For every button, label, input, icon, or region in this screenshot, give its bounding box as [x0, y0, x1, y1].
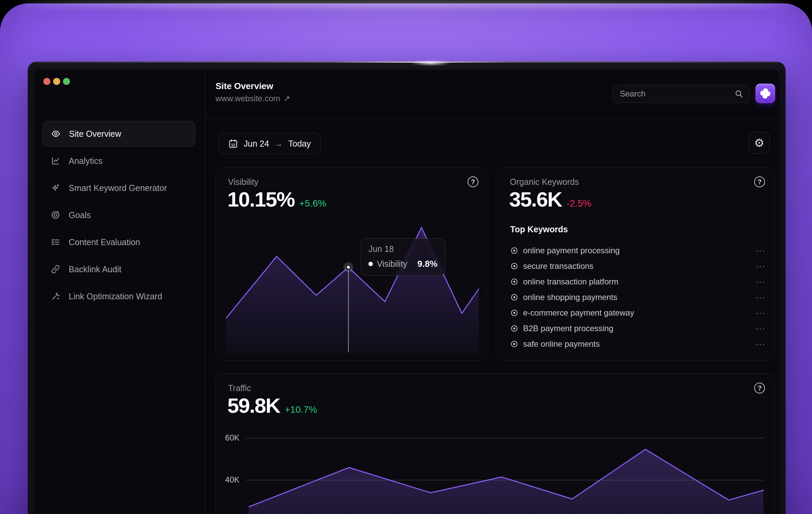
sparkles-icon: [50, 183, 61, 193]
organic-keywords-delta: -2.5%: [566, 198, 591, 209]
keyword-target-icon: [510, 293, 518, 301]
traffic-card: Traffic 59.8K +10.7% ? 60K40K: [216, 373, 775, 514]
keyword-label: safe online payments: [523, 339, 600, 349]
tooltip-value: 9.8%: [418, 259, 437, 269]
row-menu-icon[interactable]: ···: [755, 293, 766, 302]
goal-icon: [50, 210, 61, 220]
sidebar-item-backlink-audit[interactable]: Backlink Audit: [42, 256, 195, 282]
date-range-end: Today: [288, 139, 311, 149]
sidebar-item-link-optimization-wizard[interactable]: Link Optimization Wizard: [42, 283, 195, 309]
keyword-row[interactable]: safe online payments···: [510, 336, 766, 352]
keyword-target-icon: [510, 247, 518, 255]
app-window: Site OverviewAnalyticsSmart Keyword Gene…: [28, 62, 786, 514]
row-menu-icon[interactable]: ···: [755, 308, 766, 318]
calendar-icon: 12: [228, 138, 238, 149]
row-menu-icon[interactable]: ···: [755, 324, 766, 333]
line-chart-icon: [50, 156, 61, 166]
sidebar-item-label: Backlink Audit: [69, 264, 121, 274]
screenshot-stage: Site OverviewAnalyticsSmart Keyword Gene…: [0, 0, 812, 514]
site-url-link[interactable]: www.website.com↗: [216, 94, 290, 103]
screen-glint: [410, 60, 451, 66]
page-title: Site Overview: [216, 81, 273, 91]
sidebar-item-label: Analytics: [69, 156, 103, 166]
sidebar-item-smart-keyword-generator[interactable]: Smart Keyword Generator: [42, 175, 195, 201]
keyword-target-icon: [510, 262, 518, 270]
organic-keywords-card: Organic Keywords 35.6K -2.5% ? Top Keywo…: [497, 167, 775, 361]
keyword-row[interactable]: online shopping payments···: [510, 290, 766, 305]
chart-tooltip: Jun 18 Visibility 9.8%: [361, 238, 445, 276]
app-surface: Site OverviewAnalyticsSmart Keyword Gene…: [34, 70, 780, 514]
keyword-label: online payment processing: [523, 246, 620, 255]
sidebar-nav: Site OverviewAnalyticsSmart Keyword Gene…: [42, 121, 195, 310]
keyword-row[interactable]: online payment processing···: [510, 243, 766, 258]
keyword-label: online shopping payments: [523, 293, 617, 302]
date-range-picker[interactable]: 12 Jun 24 → Today: [218, 133, 321, 154]
help-icon[interactable]: ?: [754, 176, 765, 187]
sidebar-item-goals[interactable]: Goals: [42, 202, 195, 228]
keyword-target-icon: [510, 309, 518, 317]
keyword-label: e-commerce payment gateway: [523, 308, 634, 318]
top-keywords-list: online payment processing···secure trans…: [510, 243, 766, 352]
keyword-row[interactable]: e-commerce payment gateway···: [510, 305, 766, 321]
keyword-target-icon: [510, 340, 518, 348]
sidebar-item-site-overview[interactable]: Site Overview: [42, 121, 195, 147]
external-link-icon: ↗: [284, 94, 290, 103]
tooltip-series-label: Visibility: [377, 259, 407, 269]
wand-icon: [50, 291, 61, 301]
keyword-row[interactable]: B2B payment processing···: [510, 321, 766, 336]
search-box[interactable]: [613, 85, 750, 103]
organic-keywords-value: 35.6K: [509, 187, 562, 211]
tooltip-date: Jun 18: [368, 244, 437, 254]
keyword-label: online transaction platform: [523, 277, 618, 286]
minimize-window-button[interactable]: [53, 78, 60, 85]
gear-icon: ⚙: [754, 136, 764, 150]
row-menu-icon[interactable]: ···: [755, 277, 766, 286]
traffic-chart: [216, 374, 775, 514]
visibility-chart: [216, 168, 489, 354]
sidebar-item-label: Link Optimization Wizard: [69, 292, 162, 301]
keyword-row[interactable]: secure transactions···: [510, 258, 766, 274]
sidebar-item-analytics[interactable]: Analytics: [42, 148, 195, 174]
pinwheel-logo-icon: [759, 87, 772, 100]
date-range-start: Jun 24: [244, 139, 269, 149]
link-icon: [50, 264, 61, 274]
zoom-window-button[interactable]: [63, 78, 70, 85]
organic-keywords-card-title: Organic Keywords: [510, 177, 579, 187]
visibility-card: Visibility 10.15% +5.6% ? Jun 18 Visibil…: [216, 167, 488, 361]
keyword-label: secure transactions: [523, 261, 593, 271]
eye-icon: [51, 129, 61, 139]
arrow-right-icon: →: [274, 139, 283, 149]
checklist-icon: [50, 237, 61, 247]
sidebar: Site OverviewAnalyticsSmart Keyword Gene…: [34, 70, 205, 514]
sidebar-item-content-evaluation[interactable]: Content Evaluation: [42, 229, 195, 255]
row-menu-icon[interactable]: ···: [755, 261, 766, 271]
window-controls: [43, 78, 70, 85]
keyword-target-icon: [510, 278, 518, 286]
sidebar-item-label: Content Evaluation: [69, 237, 140, 247]
row-menu-icon[interactable]: ···: [755, 339, 766, 349]
header-divider: [205, 120, 780, 120]
series-dot-icon: [368, 262, 373, 266]
search-input[interactable]: [620, 89, 735, 99]
sidebar-item-label: Site Overview: [69, 129, 121, 139]
sidebar-item-label: Smart Keyword Generator: [69, 183, 167, 193]
app-logo-button[interactable]: [755, 84, 775, 103]
sidebar-item-label: Goals: [69, 210, 91, 220]
close-window-button[interactable]: [43, 78, 50, 85]
settings-button[interactable]: ⚙: [748, 132, 770, 154]
keyword-label: B2B payment processing: [523, 324, 613, 333]
top-keywords-title: Top Keywords: [510, 224, 568, 234]
keyword-target-icon: [510, 324, 518, 333]
search-icon: [735, 89, 743, 98]
keyword-row[interactable]: online transaction platform···: [510, 274, 766, 290]
row-menu-icon[interactable]: ···: [755, 246, 766, 255]
svg-text:12: 12: [231, 143, 235, 147]
